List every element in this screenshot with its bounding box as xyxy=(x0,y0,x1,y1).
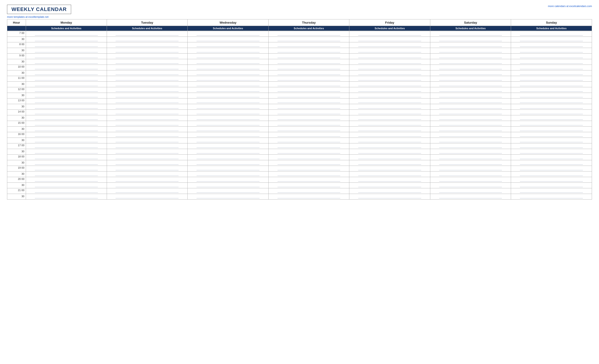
schedule-cell-10-half-day4[interactable] xyxy=(349,70,430,76)
schedule-cell-14-half-day0[interactable] xyxy=(26,115,107,121)
schedule-cell-19-half-day0[interactable] xyxy=(26,171,107,177)
schedule-cell-15-half-day4[interactable] xyxy=(349,126,430,132)
schedule-cell-8-half-day0[interactable] xyxy=(26,48,107,53)
schedule-cell-11-half-day3[interactable] xyxy=(268,81,349,87)
schedule-cell-13-day5[interactable] xyxy=(430,98,511,104)
schedule-cell-7-day1[interactable] xyxy=(107,31,188,36)
schedule-cell-16-day5[interactable] xyxy=(430,132,511,138)
schedule-cell-10-day3[interactable] xyxy=(268,65,349,70)
schedule-cell-19-half-day5[interactable] xyxy=(430,171,511,177)
schedule-cell-14-half-day3[interactable] xyxy=(268,115,349,121)
schedule-cell-10-day6[interactable] xyxy=(511,65,592,70)
schedule-cell-14-half-day5[interactable] xyxy=(430,115,511,121)
schedule-cell-15-half-day0[interactable] xyxy=(26,126,107,132)
schedule-cell-18-half-day2[interactable] xyxy=(188,160,269,166)
schedule-cell-15-half-day2[interactable] xyxy=(188,126,269,132)
schedule-cell-17-day4[interactable] xyxy=(349,143,430,149)
schedule-cell-17-day1[interactable] xyxy=(107,143,188,149)
schedule-cell-12-day5[interactable] xyxy=(430,87,511,93)
schedule-cell-11-day5[interactable] xyxy=(430,76,511,81)
schedule-cell-16-half-day6[interactable] xyxy=(511,138,592,143)
schedule-cell-20-half-day0[interactable] xyxy=(26,182,107,188)
schedule-cell-18-day2[interactable] xyxy=(188,154,269,160)
schedule-cell-11-half-day0[interactable] xyxy=(26,81,107,87)
schedule-cell-18-day0[interactable] xyxy=(26,154,107,160)
schedule-cell-12-half-day1[interactable] xyxy=(107,93,188,98)
schedule-cell-19-half-day4[interactable] xyxy=(349,171,430,177)
schedule-cell-15-day5[interactable] xyxy=(430,121,511,126)
schedule-cell-16-half-day3[interactable] xyxy=(268,138,349,143)
schedule-cell-15-day2[interactable] xyxy=(188,121,269,126)
schedule-cell-16-half-day2[interactable] xyxy=(188,138,269,143)
schedule-cell-13-day4[interactable] xyxy=(349,98,430,104)
schedule-cell-13-half-day0[interactable] xyxy=(26,104,107,110)
schedule-cell-14-day0[interactable] xyxy=(26,110,107,115)
schedule-cell-20-half-day5[interactable] xyxy=(430,182,511,188)
schedule-cell-9-day0[interactable] xyxy=(26,53,107,59)
schedule-cell-11-day6[interactable] xyxy=(511,76,592,81)
schedule-cell-8-half-day6[interactable] xyxy=(511,48,592,53)
schedule-cell-17-half-day2[interactable] xyxy=(188,149,269,154)
schedule-cell-21-half-day3[interactable] xyxy=(268,194,349,199)
schedule-cell-18-half-day4[interactable] xyxy=(349,160,430,166)
schedule-cell-16-day3[interactable] xyxy=(268,132,349,138)
schedule-cell-8-day3[interactable] xyxy=(268,42,349,48)
schedule-cell-12-day3[interactable] xyxy=(268,87,349,93)
schedule-cell-12-day2[interactable] xyxy=(188,87,269,93)
schedule-cell-9-day4[interactable] xyxy=(349,53,430,59)
schedule-cell-15-day3[interactable] xyxy=(268,121,349,126)
schedule-cell-8-day5[interactable] xyxy=(430,42,511,48)
schedule-cell-13-day0[interactable] xyxy=(26,98,107,104)
schedule-cell-7-day2[interactable] xyxy=(188,31,269,36)
schedule-cell-10-day0[interactable] xyxy=(26,65,107,70)
schedule-cell-9-half-day1[interactable] xyxy=(107,59,188,65)
schedule-cell-19-day0[interactable] xyxy=(26,166,107,171)
schedule-cell-17-half-day4[interactable] xyxy=(349,149,430,154)
schedule-cell-8-half-day5[interactable] xyxy=(430,48,511,53)
schedule-cell-14-day4[interactable] xyxy=(349,110,430,115)
schedule-cell-9-half-day0[interactable] xyxy=(26,59,107,65)
schedule-cell-19-day6[interactable] xyxy=(511,166,592,171)
schedule-cell-13-day1[interactable] xyxy=(107,98,188,104)
schedule-cell-17-half-day0[interactable] xyxy=(26,149,107,154)
schedule-cell-8-half-day2[interactable] xyxy=(188,48,269,53)
schedule-cell-16-day1[interactable] xyxy=(107,132,188,138)
schedule-cell-10-half-day3[interactable] xyxy=(268,70,349,76)
schedule-cell-18-half-day1[interactable] xyxy=(107,160,188,166)
schedule-cell-10-day5[interactable] xyxy=(430,65,511,70)
link-left[interactable]: more templates at exceltemplate.net xyxy=(7,16,48,18)
schedule-cell-17-half-day5[interactable] xyxy=(430,149,511,154)
schedule-cell-9-day5[interactable] xyxy=(430,53,511,59)
schedule-cell-7-day0[interactable] xyxy=(26,31,107,36)
schedule-cell-20-half-day1[interactable] xyxy=(107,182,188,188)
schedule-cell-10-day1[interactable] xyxy=(107,65,188,70)
schedule-cell-17-day6[interactable] xyxy=(511,143,592,149)
schedule-cell-16-half-day1[interactable] xyxy=(107,138,188,143)
schedule-cell-8-half-day4[interactable] xyxy=(349,48,430,53)
schedule-cell-13-half-day2[interactable] xyxy=(188,104,269,110)
schedule-cell-7-half-day6[interactable] xyxy=(511,36,592,42)
schedule-cell-12-half-day2[interactable] xyxy=(188,93,269,98)
schedule-cell-13-day3[interactable] xyxy=(268,98,349,104)
schedule-cell-17-day0[interactable] xyxy=(26,143,107,149)
schedule-cell-20-day4[interactable] xyxy=(349,177,430,182)
schedule-cell-8-day4[interactable] xyxy=(349,42,430,48)
schedule-cell-11-half-day6[interactable] xyxy=(511,81,592,87)
schedule-cell-11-half-day1[interactable] xyxy=(107,81,188,87)
schedule-cell-8-half-day3[interactable] xyxy=(268,48,349,53)
schedule-cell-13-half-day1[interactable] xyxy=(107,104,188,110)
schedule-cell-7-day6[interactable] xyxy=(511,31,592,36)
schedule-cell-9-day1[interactable] xyxy=(107,53,188,59)
link-right[interactable]: more calendars at excelcalendars.com xyxy=(548,5,592,8)
schedule-cell-12-day4[interactable] xyxy=(349,87,430,93)
schedule-cell-13-half-day4[interactable] xyxy=(349,104,430,110)
schedule-cell-15-half-day6[interactable] xyxy=(511,126,592,132)
schedule-cell-16-day0[interactable] xyxy=(26,132,107,138)
schedule-cell-18-half-day3[interactable] xyxy=(268,160,349,166)
schedule-cell-10-day2[interactable] xyxy=(188,65,269,70)
schedule-cell-19-half-day1[interactable] xyxy=(107,171,188,177)
schedule-cell-18-day6[interactable] xyxy=(511,154,592,160)
schedule-cell-17-day2[interactable] xyxy=(188,143,269,149)
schedule-cell-21-day3[interactable] xyxy=(268,188,349,194)
schedule-cell-21-day4[interactable] xyxy=(349,188,430,194)
